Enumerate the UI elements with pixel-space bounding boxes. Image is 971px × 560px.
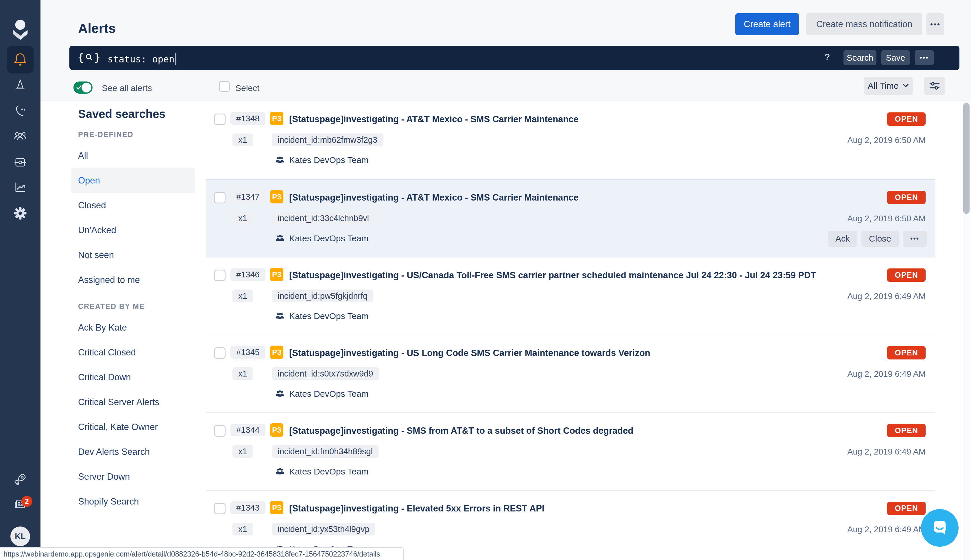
alert-title[interactable]: [Statuspage]investigating - AT&T Mexico …	[289, 192, 578, 203]
create-alert-button[interactable]: Create alert	[735, 13, 799, 35]
see-all-alerts-toggle[interactable]	[74, 82, 92, 93]
see-all-alerts-label: See all alerts	[102, 83, 152, 93]
alert-team: Kates DevOps Team	[275, 467, 369, 477]
analytics-icon	[13, 180, 28, 195]
saved-search-item[interactable]: All	[71, 143, 195, 168]
scrollbar-thumb[interactable]	[963, 103, 969, 214]
header-more-button[interactable]: •••	[926, 13, 944, 35]
alert-tag-pill[interactable]: incident_id:pw5fgkjdnrfq	[272, 290, 373, 302]
alert-count-pill: x1	[232, 445, 253, 458]
row-checkbox[interactable]	[214, 270, 226, 281]
opsgenie-alerts-page: 2 KL Alerts Create alert Create mass not…	[0, 0, 971, 560]
search-help-button[interactable]: ?	[825, 52, 830, 62]
sidebar-item-teams[interactable]	[0, 128, 40, 143]
alert-row[interactable]: #1348 P3 [Statuspage]investigating - AT&…	[206, 102, 935, 179]
sidebar-item-analytics[interactable]	[0, 180, 40, 195]
sidebar-item-services[interactable]	[0, 155, 40, 170]
team-icon	[275, 155, 285, 165]
saved-section-label: PRE-DEFINED	[78, 130, 195, 139]
saved-search-item[interactable]: Ack By Kate	[71, 315, 195, 340]
saved-search-item[interactable]: Closed	[71, 193, 195, 218]
saved-search-item[interactable]: Assigned to me	[71, 268, 195, 292]
alert-tag-pill[interactable]: incident_id:fm0h34h89sgl	[272, 445, 379, 458]
alert-row[interactable]: #1346 P3 [Statuspage]investigating - US/…	[206, 257, 935, 335]
saved-search-item[interactable]: Critical Server Alerts	[71, 390, 195, 415]
alert-timestamp: Aug 2, 2019 6:50 AM	[847, 214, 926, 223]
saved-search-item[interactable]: Critical, Kate Owner	[71, 415, 195, 440]
row-checkbox[interactable]	[214, 113, 226, 125]
list-settings-button[interactable]	[924, 77, 945, 95]
alert-tag-pill[interactable]: incident_id:mb62fmw3f2g3	[272, 133, 383, 146]
alert-row[interactable]: #1347 P3 [Statuspage]investigating - AT&…	[206, 179, 935, 257]
priority-badge: P3	[270, 346, 283, 359]
alert-title[interactable]: [Statuspage]investigating - AT&T Mexico …	[289, 114, 578, 125]
alert-title[interactable]: [Statuspage]investigating - US Long Code…	[289, 348, 650, 358]
alert-timestamp: Aug 2, 2019 6:49 AM	[847, 525, 926, 534]
alert-timestamp: Aug 2, 2019 6:50 AM	[847, 135, 926, 145]
saved-search-item[interactable]: Shopify Search	[71, 489, 195, 514]
saved-search-item-label: Un'Acked	[78, 225, 116, 235]
search-more-button[interactable]: •••	[914, 50, 934, 65]
chat-launcher-button[interactable]	[921, 509, 959, 547]
sidebar-item-announcements[interactable]	[0, 497, 40, 512]
close-button[interactable]: Close	[861, 231, 899, 247]
search-button[interactable]: Search	[844, 50, 876, 65]
row-more-button[interactable]: •••	[903, 231, 927, 247]
row-actions: Ack Close •••	[828, 231, 927, 247]
alert-tag-pill[interactable]: incident_id:s0tx7sdxw9d9	[272, 367, 379, 380]
alert-tag-pill[interactable]: incident_id:33c4lchnb9vl	[272, 212, 375, 225]
alert-count-pill: x1	[232, 523, 253, 535]
alert-row[interactable]: #1345 P3 [Statuspage]investigating - US …	[206, 335, 935, 413]
time-filter-dropdown[interactable]: All Time	[864, 77, 913, 95]
saved-search-item[interactable]: Un'Acked	[71, 218, 195, 243]
alert-id-pill[interactable]: #1348	[231, 112, 266, 125]
alert-id-pill[interactable]: #1347	[231, 190, 266, 203]
saved-search-item[interactable]: Critical Down	[71, 365, 195, 390]
save-search-button[interactable]: Save	[881, 50, 910, 65]
saved-search-item[interactable]: Server Down	[71, 464, 195, 489]
alert-id-pill[interactable]: #1345	[231, 346, 266, 358]
search-query-input[interactable]: status: open	[107, 53, 176, 65]
priority-badge: P3	[270, 268, 283, 281]
alert-id-pill[interactable]: #1344	[231, 423, 266, 436]
alert-id-pill[interactable]: #1346	[231, 268, 266, 281]
list-right-divider	[961, 101, 961, 560]
row-checkbox[interactable]	[214, 192, 226, 203]
row-checkbox[interactable]	[214, 503, 226, 514]
saved-search-item[interactable]: Dev Alerts Search	[71, 440, 195, 464]
rocket-icon	[13, 472, 28, 487]
saved-search-item-label: Critical Server Alerts	[78, 397, 159, 407]
saved-search-item-label: Critical Down	[78, 372, 131, 383]
row-checkbox[interactable]	[214, 425, 226, 437]
alert-tag-pill[interactable]: incident_id:yx53th4l9gvp	[272, 523, 375, 535]
status-badge: OPEN	[887, 424, 926, 437]
create-mass-notification-button[interactable]: Create mass notification	[806, 13, 923, 35]
chat-bubble-icon	[929, 518, 950, 538]
user-avatar[interactable]: KL	[10, 527, 30, 546]
alert-id-pill[interactable]: #1343	[231, 501, 266, 514]
sidebar-item-whats-new[interactable]	[0, 472, 40, 487]
status-badge: OPEN	[887, 346, 926, 360]
opsgenie-logo[interactable]	[0, 18, 40, 40]
sidebar-item-incidents[interactable]	[0, 77, 40, 92]
sidebar-item-on-call[interactable]	[0, 103, 40, 118]
row-checkbox[interactable]	[214, 347, 226, 359]
alert-row[interactable]: #1344 P3 [Statuspage]investigating - SMS…	[206, 413, 935, 491]
alert-count-pill: x1	[232, 133, 253, 146]
select-all-checkbox[interactable]	[219, 81, 230, 92]
ack-button[interactable]: Ack	[828, 231, 857, 247]
status-badge: OPEN	[887, 502, 926, 515]
cone-icon	[13, 77, 27, 92]
priority-badge: P3	[270, 190, 283, 203]
saved-search-item[interactable]: Critical Closed	[71, 340, 195, 365]
sidebar-item-alerts[interactable]	[7, 46, 33, 73]
saved-search-item[interactable]: Open	[71, 168, 195, 193]
alert-title[interactable]: [Statuspage]investigating - US/Canada To…	[289, 270, 816, 281]
saved-searches-panel: Saved searches PRE-DEFINED All Open Clos…	[71, 107, 195, 514]
alert-title[interactable]: [Statuspage]investigating - Elevated 5xx…	[289, 503, 545, 514]
alert-title[interactable]: [Statuspage]investigating - SMS from AT&…	[289, 426, 633, 436]
sidebar-item-settings[interactable]	[0, 206, 40, 221]
saved-search-item[interactable]: Not seen	[71, 243, 195, 268]
team-name: Kates DevOps Team	[289, 389, 369, 399]
toggle-knob	[82, 83, 91, 92]
